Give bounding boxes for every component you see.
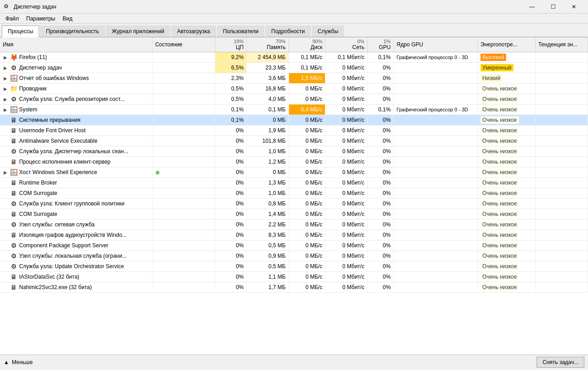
- process-cpu-cell: 0%: [215, 282, 247, 293]
- process-net-cell: 0 Мбит/с: [325, 73, 367, 84]
- gpu-pct-label: 1%: [370, 39, 391, 44]
- less-button[interactable]: ▲ Меньше: [4, 359, 33, 365]
- process-powertrend-cell: [535, 272, 588, 282]
- expand-arrow[interactable]: ▶: [3, 55, 8, 60]
- close-button[interactable]: ✕: [563, 0, 584, 14]
- process-disk-cell: 0 МБ/с: [289, 230, 325, 240]
- table-row[interactable]: 🖥 Runtime Broker 0% 1,3 МБ 0 МБ/с 0 Мбит…: [0, 178, 588, 188]
- process-gpu-cell: 0%: [367, 167, 394, 178]
- col-header-disk[interactable]: 90% Диск: [289, 37, 325, 52]
- process-gpu-cell: 0%: [367, 125, 394, 136]
- tab-app-history[interactable]: Журнал приложений: [106, 25, 170, 37]
- table-row[interactable]: ▶ 📁 Проводник 0,5% 16,8 МБ 0 МБ/с 0 Мбит…: [0, 84, 588, 94]
- process-name-cell: ▶ ⚙ Служба узла: Служба репозитория сост…: [0, 94, 152, 105]
- table-row[interactable]: ▶ 🪟 System 0,1% 0,1 МБ 6,4 МБ/с 0 Мбит/с…: [0, 105, 588, 115]
- process-name-cell: ⚙ Служба узла: Update Orchestrator Servi…: [0, 261, 152, 272]
- process-gpucore-cell: [394, 136, 478, 146]
- tab-performance[interactable]: Производительность: [40, 25, 105, 37]
- expand-arrow[interactable]: ▶: [3, 96, 8, 102]
- table-row[interactable]: ⚙ Служба узла: Диспетчер локальных сеан.…: [0, 146, 588, 157]
- table-row[interactable]: 🖥 Usermode Font Driver Host 0% 1,9 МБ 0 …: [0, 125, 588, 136]
- bottom-bar: ▲ Меньше Снять задач...: [0, 355, 588, 369]
- process-name-cell: ⚙ Узел службы: сетевая служба: [0, 220, 152, 230]
- col-header-power[interactable]: Энергопотре...: [477, 37, 535, 52]
- table-row[interactable]: ▶ ⚙ Диспетчер задач 6,5% 23,3 МБ 0,1 МБ/…: [0, 63, 588, 73]
- table-row[interactable]: ⚙ Служба узла: Клиент групповой политики…: [0, 199, 588, 209]
- col-header-name[interactable]: Имя: [0, 37, 152, 52]
- process-disk-cell: 0 МБ/с: [289, 251, 325, 261]
- expand-arrow[interactable]: ▶: [3, 107, 8, 112]
- menu-file[interactable]: Файл: [2, 15, 23, 23]
- table-row[interactable]: ▶ 🪟 Хост Windows Shell Experience ◉ 0% 0…: [0, 167, 588, 178]
- end-task-button[interactable]: Снять задач...: [537, 357, 584, 368]
- table-row[interactable]: 🖥 COM Surrogate 0% 1,4 МБ 0 МБ/с 0 Мбит/…: [0, 209, 588, 220]
- table-row[interactable]: 🖥 Процесс исполнения клиент-сервер 0% 1,…: [0, 157, 588, 167]
- table-row[interactable]: 🖥 Системные прерывания 0,1% 0 МБ 0 МБ/с …: [0, 115, 588, 125]
- menu-bar: Файл Параметры Вид: [0, 14, 588, 24]
- table-row[interactable]: 🖥 IAStorDataSvc (32 бита) 0% 1,1 МБ 0 МБ…: [0, 272, 588, 282]
- col-header-gpu[interactable]: 1% GPU: [367, 37, 394, 52]
- process-cpu-cell: 0%: [215, 261, 247, 272]
- process-net-cell: 0 Мбит/с: [325, 136, 367, 146]
- table-row[interactable]: 🖥 Nahimic2Svc32.exe (32 бита) 0% 1,7 МБ …: [0, 282, 588, 293]
- process-mem-cell: 3,6 МБ: [247, 73, 289, 84]
- process-power-cell: Очень низкое: [477, 84, 535, 94]
- table-row[interactable]: 🖥 COM Surrogate 0% 1,0 МБ 0 МБ/с 0 Мбит/…: [0, 188, 588, 199]
- table-row[interactable]: ▶ 🦊 Firefox (11) 9,2% 2 454,9 МБ 0,1 МБ/…: [0, 52, 588, 63]
- process-disk-cell: 0 МБ/с: [289, 199, 325, 209]
- process-name-cell: 🖥 Системные прерывания: [0, 115, 152, 125]
- minimize-button[interactable]: —: [522, 0, 542, 14]
- col-header-mem[interactable]: 70% Память: [247, 37, 289, 52]
- process-name-cell: ▶ 🪟 System: [0, 105, 152, 115]
- maximize-button[interactable]: ☐: [542, 0, 563, 14]
- table-row[interactable]: 🖥 Antimalware Service Executable 0% 101,…: [0, 136, 588, 146]
- process-gpu-cell: 0%: [367, 73, 394, 84]
- process-icon: 🖥: [10, 231, 17, 239]
- tab-services[interactable]: Службы: [312, 25, 344, 37]
- col-header-gpucore[interactable]: Ядро GPU: [394, 37, 478, 52]
- process-power-cell: Очень низкое: [477, 209, 535, 220]
- process-net-cell: 0 Мбит/с: [325, 199, 367, 209]
- process-status-cell: [152, 136, 215, 146]
- expand-arrow[interactable]: ▶: [3, 86, 8, 91]
- process-name-cell: ▶ 🪟 Отчет об ошибках Windows: [0, 73, 152, 84]
- process-power-cell: Очень низкое: [477, 251, 535, 261]
- col-header-net[interactable]: 0% Сеть: [325, 37, 367, 52]
- process-status-cell: [152, 84, 215, 94]
- process-net-cell: 0 Мбит/с: [325, 125, 367, 136]
- table-row[interactable]: ⚙ Component Package Support Server 0% 0,…: [0, 240, 588, 251]
- menu-options[interactable]: Параметры: [23, 15, 59, 23]
- process-icon: 🪟: [10, 75, 17, 82]
- chevron-down-icon: ▲: [4, 359, 9, 365]
- menu-view[interactable]: Вид: [59, 15, 76, 23]
- expand-arrow[interactable]: ▶: [3, 65, 8, 70]
- process-disk-cell: 0 МБ/с: [289, 209, 325, 220]
- table-row[interactable]: ⚙ Узел службы: сетевая служба 0% 2,2 МБ …: [0, 220, 588, 230]
- table-row[interactable]: ▶ 🪟 Отчет об ошибках Windows 2,3% 3,6 МБ…: [0, 73, 588, 84]
- process-cpu-cell: 9,2%: [215, 52, 247, 63]
- process-status-cell: [152, 240, 215, 251]
- tab-processes[interactable]: Процессы: [2, 25, 39, 37]
- expand-arrow[interactable]: ▶: [3, 170, 8, 175]
- table-row[interactable]: ⚙ Служба узла: Update Orchestrator Servi…: [0, 261, 588, 272]
- table-row[interactable]: ⚙ Узел службы: локальная служба (ограни.…: [0, 251, 588, 261]
- process-gpu-cell: 0,1%: [367, 52, 394, 63]
- process-power-cell: Очень низкое: [477, 115, 535, 125]
- expand-arrow[interactable]: ▶: [3, 75, 8, 81]
- process-cpu-cell: 2,3%: [215, 73, 247, 84]
- col-header-cpu[interactable]: 19% ЦП: [215, 37, 247, 52]
- tab-startup[interactable]: Автозагрузка: [171, 25, 216, 37]
- tab-users[interactable]: Пользователи: [217, 25, 264, 37]
- tab-details[interactable]: Подробности: [265, 25, 311, 37]
- process-gpucore-cell: [394, 115, 478, 125]
- table-row[interactable]: 🖥 Изоляция графов аудиоустройств Windо..…: [0, 230, 588, 240]
- process-net-cell: 0 Мбит/с: [325, 220, 367, 230]
- table-row[interactable]: ▶ ⚙ Служба узла: Служба репозитория сост…: [0, 94, 588, 105]
- process-name-label: COM Surrogate: [19, 190, 57, 196]
- col-header-status[interactable]: Состояние: [152, 37, 215, 52]
- process-powertrend-cell: [535, 84, 588, 94]
- process-gpu-cell: 0%: [367, 282, 394, 293]
- process-gpu-cell: 0%: [367, 146, 394, 157]
- process-table-container[interactable]: Имя Состояние 19% ЦП 70% Па: [0, 37, 588, 355]
- col-header-powertrend[interactable]: Тенденция эн...: [535, 37, 588, 52]
